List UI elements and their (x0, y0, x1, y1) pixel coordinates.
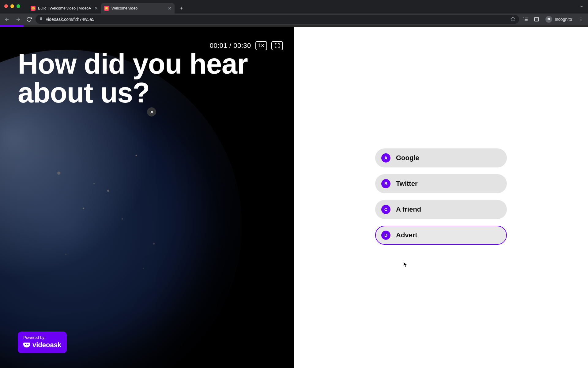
side-panel-icon[interactable] (532, 15, 541, 24)
video-panel[interactable]: 00:01 / 00:30 1× How did you hear about … (0, 25, 294, 368)
tab-favicon-icon: 😃 (104, 6, 109, 11)
url-text: videoask.com/f2h74w5a5 (46, 17, 507, 22)
new-tab-button[interactable]: + (177, 4, 186, 13)
powered-by-badge[interactable]: Powered by: videoask (18, 332, 67, 353)
answer-option-d[interactable]: D Advert (375, 226, 507, 245)
window-controls (4, 4, 20, 8)
answer-letter: B (381, 179, 390, 188)
browser-tab-1[interactable]: 😃 Welcome video ✕ (101, 3, 175, 13)
address-bar[interactable]: videoask.com/f2h74w5a5 (36, 15, 519, 24)
incognito-icon (545, 16, 552, 23)
page-content: 00:01 / 00:30 1× How did you hear about … (0, 25, 588, 368)
answer-label: A friend (396, 205, 421, 213)
answer-letter: C (381, 205, 390, 214)
overlay-close-button[interactable]: ✕ (147, 107, 156, 117)
svg-point-9 (549, 19, 550, 20)
incognito-badge[interactable]: Incognito (543, 15, 575, 24)
browser-menu-button[interactable] (576, 15, 586, 24)
nav-forward-button[interactable] (13, 15, 23, 24)
answer-option-b[interactable]: B Twitter (375, 174, 507, 193)
svg-point-12 (581, 20, 582, 21)
svg-point-11 (581, 19, 582, 20)
browser-titlebar: 😃 Build | Welcome video | VideoA ✕ 😃 Wel… (0, 0, 588, 13)
answer-option-a[interactable]: A Google (375, 148, 507, 167)
fullscreen-button[interactable] (271, 41, 283, 50)
answers-panel: A Google B Twitter C A friend D Advert (294, 25, 588, 368)
window-close-button[interactable] (4, 4, 8, 8)
videoask-logo-icon (23, 343, 30, 347)
tab-title: Welcome video (111, 6, 165, 10)
playback-speed-button[interactable]: 1× (255, 41, 267, 50)
tab-favicon-icon: 😃 (31, 6, 36, 11)
bookmark-star-icon[interactable] (511, 16, 515, 22)
reading-list-icon[interactable] (521, 15, 530, 24)
answer-letter: A (381, 153, 390, 163)
tab-title: Build | Welcome video | VideoA (38, 6, 92, 10)
answer-option-c[interactable]: C A friend (375, 200, 507, 219)
browser-tabs: 😃 Build | Welcome video | VideoA ✕ 😃 Wel… (28, 0, 186, 13)
svg-point-10 (581, 17, 582, 18)
overlay-question-text: How did you hear about us? (18, 50, 269, 107)
incognito-label: Incognito (555, 17, 572, 22)
svg-rect-6 (534, 17, 539, 21)
lock-icon (39, 17, 43, 21)
svg-point-8 (548, 19, 549, 20)
powered-by-brand: videoask (32, 341, 61, 349)
browser-tab-0[interactable]: 😃 Build | Welcome video | VideoA ✕ (28, 3, 101, 13)
answer-letter: D (381, 231, 390, 240)
video-progress-fill (0, 25, 24, 27)
tabs-overflow-icon[interactable] (579, 4, 584, 10)
window-zoom-button[interactable] (17, 4, 20, 8)
svg-marker-2 (511, 17, 515, 21)
answer-label: Advert (396, 231, 417, 239)
nav-reload-button[interactable] (24, 15, 34, 24)
answer-label: Twitter (396, 180, 417, 188)
tab-close-icon[interactable]: ✕ (94, 6, 98, 10)
nav-back-button[interactable] (2, 15, 12, 24)
video-progress-track[interactable] (0, 25, 588, 27)
answers-list: A Google B Twitter C A friend D Advert (375, 148, 507, 245)
window-minimize-button[interactable] (10, 4, 14, 8)
tab-close-icon[interactable]: ✕ (168, 6, 172, 10)
powered-by-label: Powered by: (23, 335, 61, 340)
answer-label: Google (396, 154, 419, 162)
browser-toolbar: videoask.com/f2h74w5a5 Incognito (0, 13, 588, 25)
